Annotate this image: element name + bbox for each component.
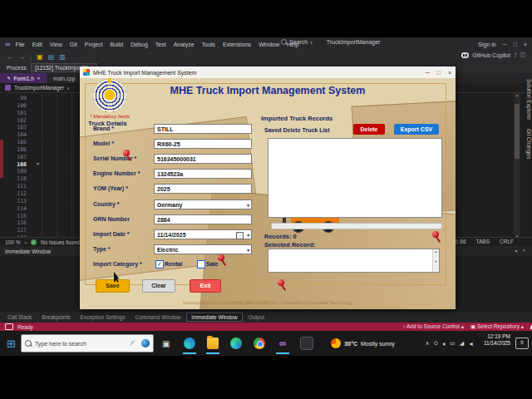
dialog-titlebar[interactable]: MHE Truck Import Management System ─ □ × — [80, 66, 456, 78]
line-number: 108 — [5, 161, 27, 169]
type-select[interactable]: Electric▾ — [154, 244, 252, 254]
menu-item[interactable]: Tools — [202, 42, 215, 47]
save-icon[interactable]: ▤ — [48, 53, 55, 61]
indent-guide — [42, 95, 42, 238]
task-view-button[interactable]: ▣ — [162, 339, 170, 348]
serial-number-input[interactable]: 516345000031 — [154, 154, 252, 164]
panel-tab[interactable]: Exception Settings — [76, 313, 130, 321]
panel-tab[interactable]: Immediate Window — [186, 313, 242, 322]
taskbar-app-edge-beta[interactable] — [184, 337, 195, 349]
scroll-up-icon[interactable]: ▴ — [514, 92, 520, 97]
minimize-button[interactable]: ─ — [503, 42, 507, 47]
editor-scrollbar[interactable]: ▴ ▾ — [514, 92, 520, 239]
bottom-letterbox — [0, 356, 532, 399]
clear-button[interactable]: Clear — [142, 279, 175, 293]
menu-item[interactable]: Project — [85, 42, 103, 47]
vs-menubar: ∞ FileEditViewGitProjectBuildDebugTestAn… — [0, 37, 532, 51]
progress-bar — [271, 223, 442, 229]
taskbar-weather[interactable]: 30°C Mostly sunny — [331, 338, 395, 348]
taskbar-app-chrome[interactable] — [254, 337, 265, 349]
close-tab-icon[interactable]: × — [37, 76, 40, 81]
menu-item[interactable]: Analyze — [174, 42, 195, 47]
scroll-down-icon[interactable]: ▾ — [514, 234, 520, 239]
brand-input[interactable]: STILL — [154, 124, 252, 134]
menu-item[interactable]: Window — [259, 42, 279, 47]
country-select[interactable]: Germany▾ — [154, 200, 252, 209]
taskbar-clock[interactable]: 12:19 PM 11/14/2025 — [484, 333, 510, 347]
panel-tab[interactable]: Breakpoints — [37, 313, 74, 321]
vs-status-bar: Ready ↑ Add to Source Control ▴ ▣ Select… — [0, 323, 532, 331]
save-all-icon[interactable]: ▥ — [59, 53, 66, 61]
save-button[interactable]: Save — [96, 279, 130, 293]
select-repository[interactable]: ▣ Select Repository ▴ — [470, 323, 524, 330]
taskbar-app-file-explorer[interactable] — [207, 337, 219, 349]
rental-checkbox[interactable]: ✓ — [155, 260, 164, 268]
dialog-close-button[interactable]: × — [448, 70, 451, 76]
side-tab[interactable]: Git Changes — [522, 129, 532, 159]
line-number: 116 — [5, 219, 27, 227]
export-csv-button[interactable]: Export CSV — [394, 124, 439, 135]
yom-input[interactable]: 2025 — [154, 184, 252, 194]
menu-item[interactable]: Test — [155, 42, 166, 47]
taskbar-app-edge[interactable] — [230, 337, 242, 349]
exit-button[interactable]: Exit — [190, 279, 221, 293]
dialog-maximize-button[interactable]: □ — [437, 70, 441, 76]
tray-expand-icon[interactable]: ∧ — [425, 340, 429, 347]
grn-number-input[interactable]: 2884 — [154, 214, 252, 224]
fold-chevron-icon[interactable]: ▾ — [37, 160, 39, 166]
start-button[interactable]: ⊞ — [7, 337, 16, 350]
system-tray[interactable]: ∧ ⊙ ♦ ▭ ◢ ◄ — [425, 331, 474, 356]
copilot-area[interactable]: GitHub Copilot ⤴ ◫ — [461, 52, 525, 58]
tab-form1h[interactable]: ↰ Form1.h × — [0, 73, 47, 83]
add-to-source-control[interactable]: ↑ Add to Source Control ▴ — [402, 323, 464, 330]
truck-list-label: Saved Delete Truck List — [264, 127, 330, 133]
notification-center[interactable]: 5 — [515, 337, 529, 349]
import-category-label: Import Category * — [93, 261, 142, 267]
panel-tab[interactable]: Output — [244, 313, 269, 321]
taskbar-search[interactable]: Type here to search — [21, 334, 154, 352]
menu-item[interactable]: Git — [70, 42, 77, 47]
menu-item[interactable]: Extensions — [223, 42, 251, 47]
truck-list[interactable] — [268, 138, 442, 218]
menu-item[interactable]: File — [15, 42, 24, 47]
feedback-monitor-icon[interactable] — [5, 323, 13, 330]
back-icon[interactable]: ← — [7, 53, 13, 61]
screen: ∞ FileEditViewGitProjectBuildDebugTestAn… — [0, 0, 532, 399]
side-tab[interactable]: Solution Explorer — [522, 79, 532, 121]
maximize-button[interactable]: □ — [514, 42, 517, 47]
scrollbar-thumb[interactable] — [515, 104, 520, 159]
zoom-level[interactable]: 100 % — [5, 239, 20, 245]
line-number: 117 — [5, 227, 27, 234]
close-button[interactable]: × — [524, 42, 527, 47]
menu-item[interactable]: Edit — [32, 42, 42, 47]
sign-in-button[interactable]: Sign in — [478, 42, 495, 47]
tab-maincpp[interactable]: main.cpp — [47, 73, 81, 83]
vs-search[interactable]: Search ▾ TruckImportManager — [281, 39, 380, 45]
taskbar-app-dark[interactable] — [300, 337, 313, 350]
tray-volume-icon: ◄ — [468, 341, 474, 347]
breadcrumb-label: TruckImportManager — [14, 85, 64, 91]
close-panel-icon[interactable]: × — [522, 248, 525, 254]
delete-button[interactable]: Delete — [353, 124, 385, 135]
taskbar-app-visual-studio[interactable]: ∞ — [277, 337, 288, 349]
menu-item[interactable]: View — [50, 42, 62, 47]
menu-item[interactable]: Build — [111, 42, 124, 47]
pin-icon[interactable]: ▾ — [515, 248, 517, 254]
line-number: 109 — [5, 168, 27, 175]
share-icon[interactable]: ⤴ — [514, 52, 517, 58]
feedback-icon[interactable]: ◫ — [520, 52, 525, 58]
engine-number-input[interactable]: 1324523a — [154, 169, 252, 179]
forward-icon[interactable]: → — [18, 53, 25, 61]
selected-record-box[interactable]: ▴▾ — [268, 249, 440, 273]
textbox-scrollbar[interactable]: ▴▾ — [432, 249, 439, 272]
eol-indicator[interactable]: CRLF — [500, 239, 514, 244]
model-input[interactable]: RX60-25 — [154, 139, 252, 149]
menu-item[interactable]: Debug — [131, 42, 148, 47]
sale-checkbox[interactable] — [197, 260, 205, 268]
panel-tab[interactable]: Command Window — [131, 313, 185, 321]
import-date-picker[interactable]: 11/14/2025▾ — [154, 229, 252, 239]
dialog-minimize-button[interactable]: ─ — [426, 70, 430, 76]
tabs-indicator[interactable]: TABS — [476, 239, 490, 244]
panel-tab[interactable]: Call Stack — [3, 313, 36, 321]
open-folder-icon[interactable]: ▣ — [37, 53, 43, 61]
